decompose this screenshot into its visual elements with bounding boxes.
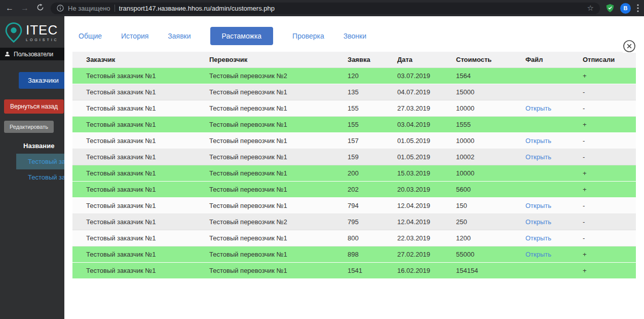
table-row: Тестовый заказчик №1Тестовый перевозчик … bbox=[72, 84, 636, 100]
forward-icon[interactable]: → bbox=[20, 4, 29, 12]
tab[interactable]: Проверка bbox=[292, 32, 324, 40]
open-file-link[interactable]: Открыть bbox=[525, 202, 551, 209]
cell-carrier: Тестовый перевозчик №2 bbox=[196, 214, 334, 230]
address-bar[interactable]: Не защищено transport147.название.hhos.r… bbox=[51, 3, 600, 14]
open-file-link[interactable]: Открыть bbox=[525, 153, 551, 161]
cell-cost: 5600 bbox=[442, 182, 512, 198]
open-file-link[interactable]: Открыть bbox=[525, 104, 551, 112]
table-row: Тестовый заказчик №1Тестовый перевозчик … bbox=[72, 246, 636, 263]
table-row: Тестовый заказчик №1Тестовый перевозчик … bbox=[72, 68, 636, 84]
profile-avatar[interactable]: B bbox=[620, 3, 631, 14]
cell-date: 03.07.2019 bbox=[384, 68, 442, 84]
tab[interactable]: История bbox=[121, 32, 148, 40]
close-icon[interactable] bbox=[623, 40, 636, 53]
cell-cost: 1200 bbox=[442, 230, 512, 246]
cell-customer: Тестовый заказчик №1 bbox=[72, 230, 196, 246]
cell-date: 22.03.2019 bbox=[384, 230, 442, 246]
user-icon bbox=[5, 51, 10, 57]
security-label: Не защищено bbox=[68, 5, 110, 12]
column-header: Перевозчик bbox=[196, 52, 334, 68]
open-file-link[interactable]: Открыть bbox=[525, 137, 551, 145]
cell-date: 04.07.2019 bbox=[384, 84, 442, 100]
cell-cost: 15000 bbox=[442, 84, 512, 100]
refresh-icon[interactable] bbox=[35, 4, 45, 13]
cell-file bbox=[512, 117, 569, 133]
go-back-button[interactable]: Вернуться назад bbox=[4, 99, 64, 114]
table-row: Тестовый заказчик №1Тестовый перевозчик … bbox=[72, 198, 636, 214]
column-header: Стоимость bbox=[442, 52, 512, 68]
cell-request: 159 bbox=[334, 149, 384, 165]
cell-file: Открыть bbox=[512, 214, 569, 230]
cell-date: 01.05.2019 bbox=[384, 133, 442, 149]
cell-file: Открыть bbox=[512, 198, 569, 214]
tab[interactable]: Звонки bbox=[344, 32, 366, 40]
table-row: Тестовый заказчик №1Тестовый перевозчик … bbox=[72, 214, 636, 230]
table-row: Тестовый заказчик №1Тестовый перевозчик … bbox=[72, 263, 636, 279]
cell-file bbox=[512, 165, 569, 182]
cell-carrier: Тестовый перевозчик №1 bbox=[196, 149, 334, 165]
bookmark-star-icon[interactable]: ☆ bbox=[587, 4, 594, 13]
browser-menu-icon[interactable] bbox=[637, 4, 639, 12]
cell-request: 795 bbox=[334, 214, 384, 230]
sidebar-item-users[interactable]: Пользователи bbox=[0, 48, 64, 60]
customer-list: Тестовый заказчик №1Тестовый заказчик №1 bbox=[0, 154, 64, 185]
cell-date: 27.02.2019 bbox=[384, 246, 442, 263]
cell-file: Открыть bbox=[512, 100, 569, 117]
cell-unsubscribed: - bbox=[569, 84, 636, 100]
cell-unsubscribed: + bbox=[569, 117, 636, 133]
cell-carrier: Тестовый перевозчик №1 bbox=[196, 117, 334, 133]
cell-customer: Тестовый заказчик №1 bbox=[72, 117, 196, 133]
column-header: Файл bbox=[512, 52, 569, 68]
cell-unsubscribed: + bbox=[569, 246, 636, 263]
cell-request: 155 bbox=[334, 117, 384, 133]
cell-customer: Тестовый заказчик №1 bbox=[72, 100, 196, 117]
table-header-row: ЗаказчикПеревозчикЗаявкаДатаСтоимостьФай… bbox=[72, 52, 636, 68]
cell-carrier: Тестовый перевозчик №2 bbox=[196, 68, 334, 84]
table-row: Тестовый заказчик №1Тестовый перевозчик … bbox=[72, 133, 636, 149]
tab[interactable]: Заявки bbox=[168, 32, 191, 40]
tab[interactable]: Общие bbox=[79, 32, 102, 40]
cell-request: 200 bbox=[334, 165, 384, 182]
cell-date: 03.04.2019 bbox=[384, 117, 442, 133]
cell-file: Открыть bbox=[512, 149, 569, 165]
cell-carrier: Тестовый перевозчик №1 bbox=[196, 182, 334, 198]
column-header: Отписали bbox=[569, 52, 636, 68]
cell-request: 794 bbox=[334, 198, 384, 214]
cell-carrier: Тестовый перевозчик №1 bbox=[196, 246, 334, 263]
open-file-link[interactable]: Открыть bbox=[525, 218, 551, 226]
cell-cost: 10002 bbox=[442, 149, 512, 165]
cell-unsubscribed: + bbox=[569, 165, 636, 182]
cell-unsubscribed: - bbox=[569, 214, 636, 230]
cell-request: 1541 bbox=[334, 263, 384, 279]
open-file-link[interactable]: Открыть bbox=[525, 234, 551, 242]
back-icon[interactable]: ← bbox=[5, 4, 14, 12]
customers-button[interactable]: Заказчики bbox=[19, 72, 64, 89]
cell-customer: Тестовый заказчик №1 bbox=[72, 182, 196, 198]
cell-cost: 150 bbox=[442, 198, 512, 214]
logo-title: ITEC bbox=[26, 23, 59, 37]
cell-file: Открыть bbox=[512, 230, 569, 246]
browser-toolbar: ← → Не защищено transport147.название.hh… bbox=[0, 0, 644, 16]
logo-subtitle: LOGISTIC bbox=[26, 38, 59, 42]
cell-request: 155 bbox=[334, 100, 384, 117]
cell-request: 135 bbox=[334, 84, 384, 100]
shield-extension-icon[interactable] bbox=[606, 4, 614, 13]
tab-active[interactable]: Растаможка bbox=[210, 27, 274, 45]
cell-carrier: Тестовый перевозчик №1 bbox=[196, 100, 334, 117]
cell-carrier: Тестовый перевозчик №1 bbox=[196, 198, 334, 214]
cell-unsubscribed: - bbox=[569, 230, 636, 246]
sidebar: ITEC LOGISTIC Пользователи Заказчики Вер… bbox=[0, 16, 64, 319]
cell-request: 800 bbox=[334, 230, 384, 246]
table-body: Тестовый заказчик №1Тестовый перевозчик … bbox=[72, 68, 636, 279]
modal-tabs: ОбщиеИсторияЗаявкиРастаможкаПроверкаЗвон… bbox=[79, 25, 644, 47]
edit-button[interactable]: Редактировать bbox=[4, 121, 54, 133]
info-icon[interactable] bbox=[57, 5, 64, 12]
open-file-link[interactable]: Открыть bbox=[525, 251, 551, 258]
list-item[interactable]: Тестовый заказчик №1 bbox=[16, 169, 64, 185]
cell-file: Открыть bbox=[512, 246, 569, 263]
table-row: Тестовый заказчик №1Тестовый перевозчик … bbox=[72, 230, 636, 246]
cell-unsubscribed: + bbox=[569, 182, 636, 198]
cell-request: 898 bbox=[334, 246, 384, 263]
cell-carrier: Тестовый перевозчик №1 bbox=[196, 230, 334, 246]
list-item[interactable]: Тестовый заказчик №1 bbox=[16, 154, 64, 169]
